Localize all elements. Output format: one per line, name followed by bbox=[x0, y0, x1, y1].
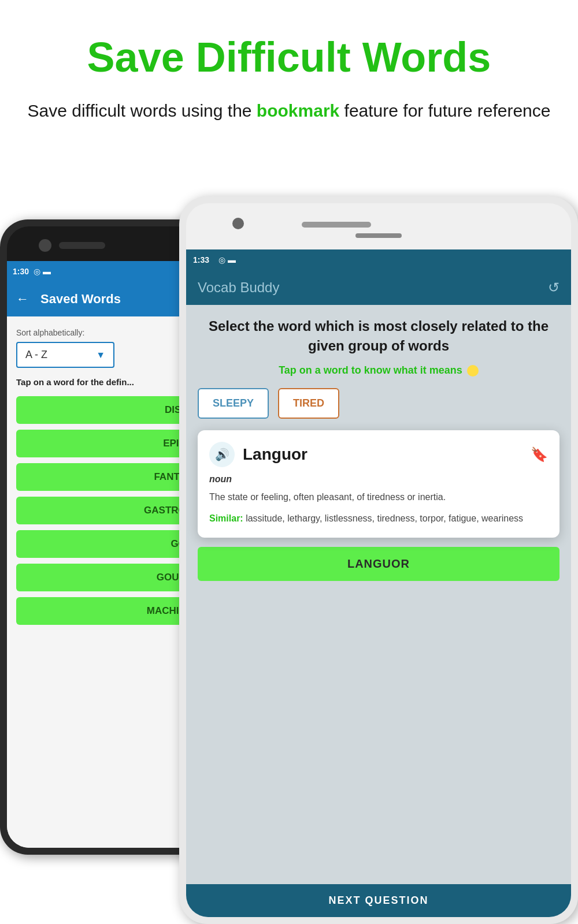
subtitle-before: Save difficult words using the bbox=[28, 101, 257, 120]
definition-popup: 🔊 Languor 🔖 noun The state or feeling, o… bbox=[198, 430, 560, 538]
bookmark-icon[interactable]: 🔖 bbox=[531, 446, 548, 463]
app-bar-title-right: Vocab Buddy bbox=[198, 280, 279, 296]
sort-value: A - Z bbox=[25, 349, 47, 361]
choice-tired[interactable]: TIRED bbox=[278, 388, 339, 419]
phone-right: 1:33 ◎ ▬ Vocab Buddy ↺ Select the word w… bbox=[179, 196, 578, 924]
list-item[interactable]: FANTA... bbox=[16, 463, 203, 491]
speaker-right bbox=[302, 222, 371, 228]
list-item[interactable]: GO... bbox=[16, 530, 203, 558]
app-bar-title-left: Saved Words bbox=[40, 292, 121, 307]
tap-hint-text: Tap on a word to know what it means bbox=[279, 364, 462, 377]
refresh-icon[interactable]: ↺ bbox=[548, 280, 560, 296]
header-section: Save Difficult Words Save difficult word… bbox=[0, 0, 578, 141]
subtitle: Save difficult words using the bookmark … bbox=[23, 98, 555, 124]
app-bar-right: Vocab Buddy ↺ bbox=[186, 270, 571, 305]
dropdown-arrow-icon: ▼ bbox=[96, 350, 105, 360]
word-choices: SLEEPY TIRED bbox=[198, 388, 560, 419]
phone-right-screen: 1:33 ◎ ▬ Vocab Buddy ↺ Select the word w… bbox=[186, 249, 571, 917]
status-bar-right: 1:33 ◎ ▬ bbox=[186, 249, 571, 270]
speaker-button[interactable]: 🔊 bbox=[209, 442, 235, 467]
tap-hint-right: Tap on a word to know what it means bbox=[198, 364, 560, 377]
phone-right-inner: 1:33 ◎ ▬ Vocab Buddy ↺ Select the word w… bbox=[186, 203, 571, 917]
list-item[interactable]: MACHIN... bbox=[16, 597, 203, 625]
bulb-icon bbox=[467, 365, 479, 377]
similar-words: lassitude, lethargy, listlessness, tired… bbox=[246, 513, 523, 523]
subtitle-after: feature for future reference bbox=[339, 101, 550, 120]
list-item[interactable]: DIST... bbox=[16, 396, 203, 424]
status-time-right: 1:33 bbox=[193, 255, 209, 264]
phones-container: 1:30 ◎ ▬ ← Saved Words Sort alphabetical… bbox=[0, 196, 578, 924]
sort-label: Sort alphabetically: bbox=[16, 328, 203, 337]
word-type: noun bbox=[209, 474, 548, 485]
subtitle-highlight: bookmark bbox=[257, 101, 339, 120]
back-button[interactable]: ← bbox=[16, 292, 29, 307]
choice-sleepy[interactable]: SLEEPY bbox=[198, 388, 269, 419]
answer-button[interactable]: LANGUOR bbox=[198, 547, 560, 581]
quiz-question: Select the word which is most closely re… bbox=[198, 316, 560, 355]
speaker-left bbox=[59, 242, 105, 249]
sort-dropdown[interactable]: A - Z ▼ bbox=[16, 342, 114, 368]
popup-header: 🔊 Languor 🔖 bbox=[209, 442, 548, 467]
right-content: Select the word which is most closely re… bbox=[186, 305, 571, 917]
list-item[interactable]: GASTRO... bbox=[16, 497, 203, 524]
home-indicator-right bbox=[355, 233, 402, 238]
popup-word: Languor bbox=[243, 445, 523, 464]
similar-label: Similar: bbox=[209, 513, 243, 523]
similar-section: Similar: lassitude, lethargy, listlessne… bbox=[209, 511, 548, 526]
camera-right bbox=[232, 218, 244, 229]
word-definition: The state or feeling, often pleasant, of… bbox=[209, 490, 548, 504]
camera-left bbox=[39, 239, 51, 252]
status-icons-right: ◎ ▬ bbox=[218, 255, 236, 264]
list-item[interactable]: GOUR... bbox=[16, 564, 203, 591]
tap-hint-left: Tap on a word for the defin... bbox=[16, 377, 203, 387]
list-item[interactable]: EPIC... bbox=[16, 430, 203, 457]
main-title: Save Difficult Words bbox=[23, 35, 555, 80]
status-icons-left: ◎ ▬ bbox=[34, 267, 51, 276]
word-list: DIST... EPIC... FANTA... GASTRO... GO...… bbox=[16, 396, 203, 625]
card-status-icon: ▬ bbox=[43, 267, 51, 276]
next-question-button[interactable]: NEXT QUESTION bbox=[186, 884, 571, 917]
circle-status-icon: ◎ bbox=[34, 267, 40, 276]
status-time-left: 1:30 bbox=[13, 267, 29, 276]
